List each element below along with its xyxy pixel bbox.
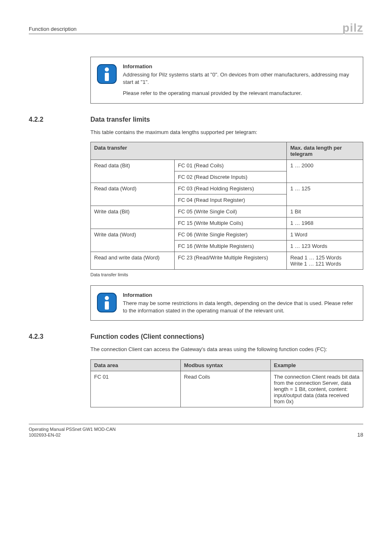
table-cell: FC 03 (Read Holding Registers) xyxy=(175,183,287,194)
table-header: Modbus syntax xyxy=(180,359,270,371)
table-header: Max. data length per telegram xyxy=(287,142,363,160)
section-title: Data transfer limits xyxy=(90,116,150,123)
table-cell: Read and write data (Word) xyxy=(91,252,175,270)
table-cell: Write data (Bit) xyxy=(91,206,175,229)
logo-text: pilz xyxy=(342,21,363,34)
section-heading: 4.2.3 Function codes (Client connections… xyxy=(29,333,363,340)
table-header: Data area xyxy=(91,359,181,371)
table-cell: 1 Bit xyxy=(287,206,363,217)
info-text: Information There may be some restrictio… xyxy=(123,292,357,314)
info-icon xyxy=(97,293,117,314)
info-title: Information xyxy=(123,63,357,69)
table-header: Example xyxy=(270,359,363,371)
table-cell: Read 1 … 125 WordsWrite 1 … 121 Words xyxy=(287,252,363,270)
info-text: Information Addressing for Pilz systems … xyxy=(123,63,357,97)
svg-rect-5 xyxy=(105,301,109,310)
table-cell: FC 16 (Write Multiple Registers) xyxy=(175,240,287,252)
section-intro: This table contains the maximum data len… xyxy=(90,129,363,136)
footer-title: Operating Manual PSSnet GW1 MOD-CAN xyxy=(29,427,116,432)
table-cell: The connection Client reads bit data fro… xyxy=(270,371,363,407)
table-cell: FC 04 (Read Input Register) xyxy=(175,194,287,206)
section-heading: 4.2.2 Data transfer limits xyxy=(29,116,363,123)
table-cell: FC 06 (Write Single Register) xyxy=(175,229,287,240)
info-paragraph: There may be some restrictions in data l… xyxy=(123,300,357,314)
page-footer: Operating Manual PSSnet GW1 MOD-CAN 1002… xyxy=(29,424,363,438)
section-title: Function codes (Client connections) xyxy=(90,333,204,340)
table-cell: 1 Word xyxy=(287,229,363,240)
table-cell: FC 05 (Write Single Coil) xyxy=(175,206,287,217)
table-cell: FC 01 xyxy=(91,371,181,407)
table-cell: FC 01 (Read Coils) xyxy=(175,160,287,171)
footer-docid: 1002693-EN-02 xyxy=(29,432,61,437)
info-paragraph: Addressing for Pilz systems starts at "0… xyxy=(123,71,357,86)
section-intro: The connection Client can access the Gat… xyxy=(90,346,363,353)
table-caption: Data transfer limits xyxy=(90,272,363,277)
table-cell: 1 … 123 Words xyxy=(287,240,363,252)
info-icon xyxy=(97,64,117,85)
table-cell: Read data (Bit) xyxy=(91,160,175,183)
info-box-restrictions: Information There may be some restrictio… xyxy=(90,285,363,321)
function-codes-table: Data area Modbus syntax Example FC 01 Re… xyxy=(90,359,363,407)
data-transfer-limits-table: Data transfer Max. data length per teleg… xyxy=(90,142,363,270)
table-cell: 1 … 2000 xyxy=(287,160,363,183)
table-cell: FC 23 (Read/Write Multiple Registers) xyxy=(175,252,287,270)
svg-point-4 xyxy=(105,296,109,300)
table-header: Data transfer xyxy=(91,142,287,160)
table-cell: Write data (Word) xyxy=(91,229,175,252)
header-section-label: Function description xyxy=(29,26,76,32)
svg-point-1 xyxy=(105,67,109,72)
info-box-addressing: Information Addressing for Pilz systems … xyxy=(90,57,363,104)
section-number: 4.2.3 xyxy=(29,333,90,340)
table-cell: FC 02 (Read Discrete Inputs) xyxy=(175,171,287,183)
table-cell: Read Coils xyxy=(180,371,270,407)
info-title: Information xyxy=(123,292,357,298)
info-paragraph: Please refer to the operating manual pro… xyxy=(123,90,357,97)
table-cell: 1 … 125 xyxy=(287,183,363,206)
table-cell: 1 … 1968 xyxy=(287,217,363,229)
logo: pilz xyxy=(342,21,363,35)
page-header: Function description pilz xyxy=(29,21,363,34)
table-cell: Read data (Word) xyxy=(91,183,175,206)
footer-page-number: 18 xyxy=(357,432,363,438)
svg-rect-2 xyxy=(105,73,109,81)
section-number: 4.2.2 xyxy=(29,116,90,123)
table-cell: FC 15 (Write Multiple Coils) xyxy=(175,217,287,229)
footer-left: Operating Manual PSSnet GW1 MOD-CAN 1002… xyxy=(29,426,116,438)
